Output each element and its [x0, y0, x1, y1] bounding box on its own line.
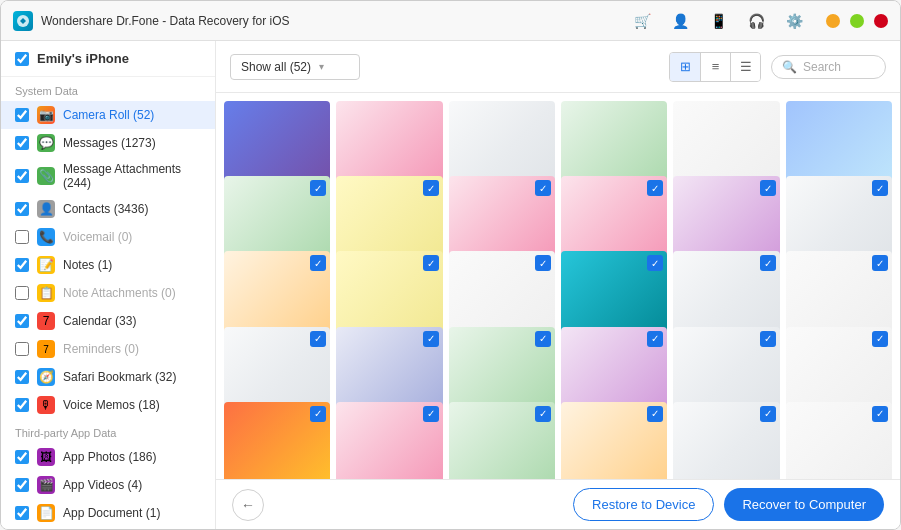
sidebar-item-app-document[interactable]: 📄 App Document (1)	[1, 499, 215, 527]
footer: ← Restore to Device Recover to Computer	[216, 479, 900, 529]
checkbox-camera-roll[interactable]	[15, 108, 29, 122]
recover-computer-button[interactable]: Recover to Computer	[724, 488, 884, 521]
photo-check-icon	[310, 406, 326, 422]
camera-icon: 📷	[37, 106, 55, 124]
messages-icon: 💬	[37, 134, 55, 152]
section-label-thirdparty: Third-party App Data	[1, 419, 215, 443]
maximize-button[interactable]	[850, 14, 864, 28]
titlebar: Wondershare Dr.Fone - Data Recovery for …	[1, 1, 900, 41]
checkbox-app-photos[interactable]	[15, 450, 29, 464]
photo-item[interactable]: IMG_0438.JPG	[449, 402, 555, 479]
label-notes: Notes (1)	[63, 258, 112, 272]
device-name: Emily's iPhone	[37, 51, 129, 66]
settings-icon[interactable]: ⚙️	[780, 7, 808, 35]
sidebar-item-voicemail[interactable]: 📞 Voicemail (0)	[1, 223, 215, 251]
photo-grid: IMG_0411.JPGIMG_0412.JPGIMG_0414.JPGIMG_…	[216, 93, 900, 479]
grid-view-button[interactable]: ⊞	[670, 53, 700, 81]
checkbox-voicemail[interactable]	[15, 230, 29, 244]
device-checkbox[interactable]	[15, 52, 29, 66]
label-safari: Safari Bookmark (32)	[63, 370, 176, 384]
detail-view-button[interactable]: ☰	[730, 53, 760, 81]
content-area: Show all (52) ▾ ⊞ ≡ ☰ 🔍 IMG_0411.JPGIMG_…	[216, 41, 900, 529]
photo-check-icon	[872, 331, 888, 347]
label-camera-roll: Camera Roll (52)	[63, 108, 154, 122]
sidebar-item-reminders[interactable]: 7 Reminders (0)	[1, 335, 215, 363]
minimize-button[interactable]	[826, 14, 840, 28]
footer-nav: ←	[232, 489, 264, 521]
voicemail-icon: 📞	[37, 228, 55, 246]
photo-item[interactable]: IMG_0437.JPG	[336, 402, 442, 479]
photo-check-icon	[647, 255, 663, 271]
sidebar-item-message-attachments[interactable]: 📎 Message Attachments (244)	[1, 157, 215, 195]
checkbox-note-attachments[interactable]	[15, 286, 29, 300]
checkbox-messages[interactable]	[15, 136, 29, 150]
sidebar-item-contacts[interactable]: 👤 Contacts (3436)	[1, 195, 215, 223]
safari-icon: 🧭	[37, 368, 55, 386]
sidebar-item-safari[interactable]: 🧭 Safari Bookmark (32)	[1, 363, 215, 391]
checkbox-reminders[interactable]	[15, 342, 29, 356]
photo-item[interactable]: IMG_0441.JPG	[786, 402, 892, 479]
photo-check-icon	[310, 180, 326, 196]
label-app-document: App Document (1)	[63, 506, 160, 520]
label-reminders: Reminders (0)	[63, 342, 139, 356]
headset-icon[interactable]: 🎧	[742, 7, 770, 35]
photo-check-icon	[535, 180, 551, 196]
sidebar-item-calendar[interactable]: 7 Calendar (33)	[1, 307, 215, 335]
sidebar-item-voice-memos[interactable]: 🎙 Voice Memos (18)	[1, 391, 215, 419]
photo-check-icon	[423, 180, 439, 196]
sidebar: Emily's iPhone System Data 📷 Camera Roll…	[1, 41, 216, 529]
checkbox-safari[interactable]	[15, 370, 29, 384]
phone-icon[interactable]: 📱	[704, 7, 732, 35]
search-box: 🔍	[771, 55, 886, 79]
label-messages: Messages (1273)	[63, 136, 156, 150]
show-all-dropdown[interactable]: Show all (52) ▾	[230, 54, 360, 80]
photo-check-icon	[423, 255, 439, 271]
photo-check-icon	[647, 180, 663, 196]
app-title: Wondershare Dr.Fone - Data Recovery for …	[41, 14, 620, 28]
photo-check-icon	[310, 331, 326, 347]
photo-check-icon	[423, 331, 439, 347]
sidebar-item-app-photos[interactable]: 🖼 App Photos (186)	[1, 443, 215, 471]
cart-icon[interactable]: 🛒	[628, 7, 656, 35]
content-header: Show all (52) ▾ ⊞ ≡ ☰ 🔍	[216, 41, 900, 93]
checkbox-voice-memos[interactable]	[15, 398, 29, 412]
sidebar-item-note-attachments[interactable]: 📋 Note Attachments (0)	[1, 279, 215, 307]
photo-check-icon	[760, 406, 776, 422]
search-input[interactable]	[803, 60, 875, 74]
sidebar-item-notes[interactable]: 📝 Notes (1)	[1, 251, 215, 279]
label-note-attachments: Note Attachments (0)	[63, 286, 176, 300]
appdoc-icon: 📄	[37, 504, 55, 522]
label-voicemail: Voicemail (0)	[63, 230, 132, 244]
noteatt-icon: 📋	[37, 284, 55, 302]
sidebar-item-camera-roll[interactable]: 📷 Camera Roll (52)	[1, 101, 215, 129]
checkbox-contacts[interactable]	[15, 202, 29, 216]
list-view-button[interactable]: ≡	[700, 53, 730, 81]
photo-check-icon	[760, 255, 776, 271]
restore-device-button[interactable]: Restore to Device	[573, 488, 714, 521]
user-icon[interactable]: 👤	[666, 7, 694, 35]
photo-check-icon	[423, 406, 439, 422]
photo-check-icon	[535, 255, 551, 271]
sidebar-item-messages[interactable]: 💬 Messages (1273)	[1, 129, 215, 157]
label-message-attachments: Message Attachments (244)	[63, 162, 201, 190]
label-contacts: Contacts (3436)	[63, 202, 148, 216]
photo-check-icon	[647, 406, 663, 422]
checkbox-app-videos[interactable]	[15, 478, 29, 492]
close-button[interactable]	[874, 14, 888, 28]
photo-check-icon	[310, 255, 326, 271]
photo-check-icon	[535, 406, 551, 422]
photo-item[interactable]: IMG_0440.JPG	[673, 402, 779, 479]
dropdown-label: Show all (52)	[241, 60, 311, 74]
checkbox-message-attachments[interactable]	[15, 169, 29, 183]
back-button[interactable]: ←	[232, 489, 264, 521]
sidebar-item-app-videos[interactable]: 🎬 App Videos (4)	[1, 471, 215, 499]
titlebar-icons: 🛒 👤 📱 🎧 ⚙️	[628, 7, 888, 35]
checkbox-calendar[interactable]	[15, 314, 29, 328]
dropdown-arrow-icon: ▾	[319, 61, 324, 72]
appphotos-icon: 🖼	[37, 448, 55, 466]
checkbox-notes[interactable]	[15, 258, 29, 272]
photo-item[interactable]: IMG_0436.JPG	[224, 402, 330, 479]
photo-check-icon	[535, 331, 551, 347]
checkbox-app-document[interactable]	[15, 506, 29, 520]
photo-item[interactable]: IMG_0439.JPG	[561, 402, 667, 479]
